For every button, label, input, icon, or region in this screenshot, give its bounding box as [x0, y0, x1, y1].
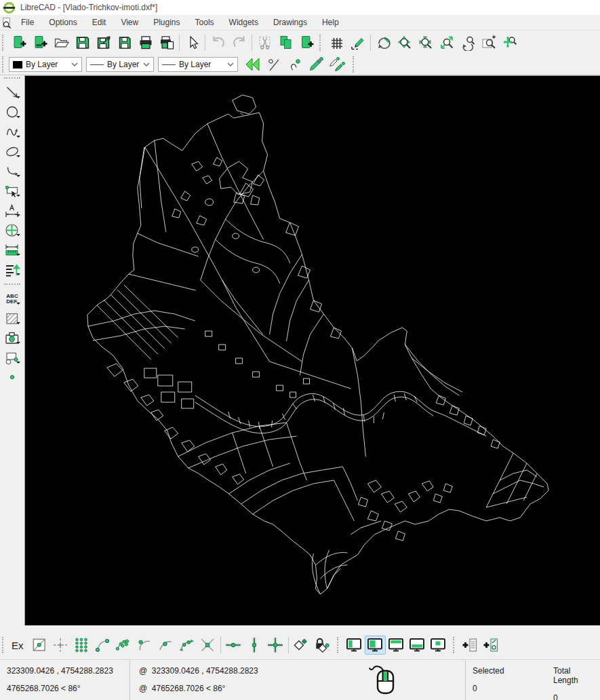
restrict-horizontal-button[interactable] — [223, 636, 244, 655]
redraw-button[interactable] — [373, 33, 394, 52]
toolbar-handle[interactable] — [4, 284, 20, 288]
menu-edit[interactable]: Edit — [85, 16, 114, 29]
dock-top-button[interactable] — [386, 636, 407, 655]
modify-tool-button[interactable] — [2, 220, 22, 240]
grid-icon — [329, 35, 345, 51]
title-bar: LibreCAD - [Vlado-Trichkov-imoti.dxf*] — [0, 0, 600, 15]
restrict-vertical-button[interactable] — [244, 636, 265, 655]
draft-mode-button[interactable] — [347, 33, 368, 52]
color-select[interactable]: By Layer — [9, 57, 82, 72]
redo-button[interactable] — [228, 33, 249, 52]
circle-tool-button[interactable] — [2, 102, 22, 122]
toolbar-handle[interactable] — [4, 77, 20, 81]
menu-tools[interactable]: Tools — [188, 16, 222, 29]
save-as-button[interactable] — [93, 33, 114, 52]
save-button[interactable] — [72, 33, 93, 52]
menu-help[interactable]: Help — [315, 16, 346, 29]
brush-attributes-icon — [308, 56, 324, 73]
brush-attributes-button[interactable] — [305, 55, 326, 74]
line-type-select-value: By Layer — [179, 60, 224, 69]
restrict-orthogonal-button[interactable] — [265, 636, 286, 655]
mdi-document-icon[interactable] — [0, 17, 14, 28]
line-type-select[interactable]: By Layer — [158, 57, 238, 72]
ellipse-icon — [5, 144, 20, 159]
window-title: LibreCAD - [Vlado-Trichkov-imoti.dxf*] — [20, 3, 157, 12]
open-button[interactable] — [51, 33, 72, 52]
restrict-orthogonal-icon — [266, 636, 284, 654]
point-tool-button[interactable] — [2, 368, 22, 387]
toolbar-handle[interactable] — [2, 637, 7, 653]
snap-intersection-button[interactable] — [197, 636, 218, 655]
block-tool-button[interactable] — [2, 348, 22, 368]
snap-grid-button[interactable] — [50, 636, 71, 655]
curve-tool-button[interactable] — [2, 122, 22, 142]
grid-points-button[interactable] — [71, 636, 92, 655]
add-block-list-button[interactable] — [481, 636, 502, 655]
order-tool-button[interactable] — [2, 260, 22, 279]
snap-distance-button[interactable] — [176, 636, 197, 655]
set-relative-zero-button[interactable] — [291, 636, 312, 655]
free-snap-button[interactable] — [29, 636, 50, 655]
drawing-canvas[interactable] — [24, 75, 600, 625]
undo-button[interactable] — [207, 33, 228, 52]
hatch-tool-button[interactable] — [2, 309, 22, 328]
zoom-pan-button[interactable] — [499, 33, 520, 52]
cut-button[interactable] — [254, 33, 275, 52]
print-preview-icon — [159, 35, 175, 51]
menu-plugins[interactable]: Plugins — [146, 16, 187, 29]
snap-on-entity-button[interactable] — [113, 636, 134, 655]
lock-relative-zero-button[interactable] — [312, 636, 333, 655]
add-block-list-icon — [482, 636, 500, 654]
dock-left-button[interactable] — [344, 636, 365, 655]
line-width-select[interactable]: By Layer — [86, 57, 154, 72]
back-button[interactable] — [242, 55, 263, 74]
save-all-icon — [117, 35, 133, 51]
select-entity-button[interactable] — [263, 55, 284, 74]
snap-center-button[interactable] — [134, 636, 155, 655]
menu-widgets[interactable]: Widgets — [222, 16, 266, 29]
menu-drawings[interactable]: Drawings — [266, 16, 315, 29]
measure-tool-button[interactable] — [2, 240, 22, 260]
dock-left-half-button[interactable] — [365, 636, 386, 655]
document-new-button[interactable] — [9, 33, 30, 52]
brush-match-button[interactable] — [326, 55, 347, 74]
select-tool-button[interactable] — [2, 181, 22, 201]
add-entity-list-button[interactable] — [460, 636, 481, 655]
copy-button[interactable] — [275, 33, 296, 52]
snap-middle-button[interactable] — [155, 636, 176, 655]
auto-zoom-button[interactable] — [436, 33, 457, 52]
toolbar-handle[interactable] — [353, 56, 357, 73]
toolbar-handle[interactable] — [2, 56, 7, 73]
menu-file[interactable]: File — [14, 16, 41, 29]
menu-view[interactable]: View — [113, 16, 146, 29]
line-tool-button[interactable] — [2, 83, 22, 102]
grid-toggle-button[interactable] — [326, 33, 347, 52]
mouse-icon — [367, 663, 402, 698]
dock-bottom-button[interactable] — [407, 636, 428, 655]
selection-pointer-button[interactable] — [182, 33, 203, 52]
dimension-tool-button[interactable] — [2, 201, 22, 220]
pick-entity-button[interactable] — [284, 55, 305, 74]
toolbar-handle[interactable] — [2, 35, 7, 51]
toolbar-handle[interactable] — [319, 35, 324, 51]
zoom-out-button[interactable] — [415, 33, 436, 52]
ellipse-tool-button[interactable] — [2, 142, 22, 161]
save-icon — [75, 35, 91, 51]
dock-floating-button[interactable] — [428, 636, 449, 655]
snap-grid-icon — [52, 636, 69, 654]
window-zoom-button[interactable] — [478, 33, 499, 52]
image-tool-button[interactable] — [2, 328, 22, 348]
toolbar-handle[interactable] — [453, 637, 458, 653]
print-preview-button[interactable] — [156, 33, 177, 52]
toolbar-handle[interactable] — [337, 637, 342, 653]
print-button[interactable] — [135, 33, 156, 52]
zoom-in-button[interactable] — [394, 33, 415, 52]
snap-endpoints-button[interactable] — [92, 636, 113, 655]
previous-view-button[interactable] — [457, 33, 478, 52]
polyline-tool-button[interactable] — [2, 161, 22, 181]
save-all-button[interactable] — [114, 33, 135, 52]
document-new-template-button[interactable] — [30, 33, 51, 52]
paste-button[interactable] — [296, 33, 317, 52]
text-tool-button[interactable]: ABCDEF — [2, 289, 22, 309]
menu-options[interactable]: Options — [41, 16, 84, 29]
